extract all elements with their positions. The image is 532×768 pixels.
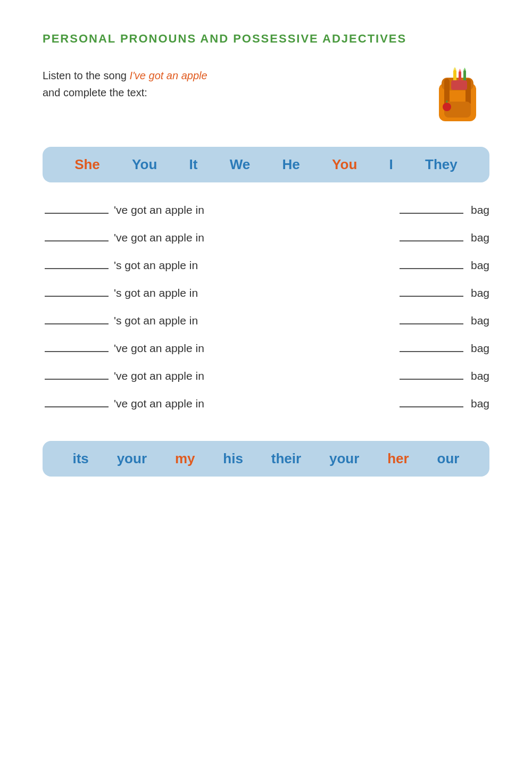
bag-label-6: bag xyxy=(471,342,489,355)
poss-his: his xyxy=(223,450,243,467)
sentence-text-3: 's got an apple in xyxy=(114,259,394,272)
subject-blank-2[interactable] xyxy=(45,240,109,241)
sentence-text-4: 's got an apple in xyxy=(114,287,394,299)
pronoun-he: He xyxy=(282,156,300,173)
song-title: I've got an apple xyxy=(129,70,207,81)
subject-blank-8[interactable] xyxy=(45,406,109,407)
poss-their: their xyxy=(271,450,301,467)
subject-blank-6[interactable] xyxy=(45,351,109,352)
bag-label-8: bag xyxy=(471,397,489,410)
possessive-blank-4[interactable] xyxy=(400,296,463,297)
pronoun-box: She You It We He You I They xyxy=(43,147,489,182)
bag-label-1: bag xyxy=(471,204,489,216)
subject-blank-5[interactable] xyxy=(45,323,109,324)
subject-blank-4[interactable] xyxy=(45,296,109,297)
svg-marker-10 xyxy=(463,68,466,70)
bag-label-7: bag xyxy=(471,370,489,382)
bag-label-2: bag xyxy=(471,231,489,244)
possessive-blank-1[interactable] xyxy=(400,213,463,214)
svg-point-12 xyxy=(443,103,451,111)
intro-section: Listen to the song I've got an apple and… xyxy=(43,67,489,126)
possessive-box: its your my his their your her our xyxy=(43,441,489,477)
svg-marker-8 xyxy=(453,67,456,70)
poss-our: our xyxy=(437,450,460,467)
sentence-row-2: 've got an apple in bag xyxy=(43,231,489,244)
sentence-text-7: 've got an apple in xyxy=(114,370,394,382)
pronoun-she: She xyxy=(74,156,100,173)
poss-your2: your xyxy=(329,450,359,467)
sentences-area: 've got an apple in bag 've got an apple… xyxy=(43,198,489,436)
pronoun-you2: You xyxy=(332,156,357,173)
sentence-row-8: 've got an apple in bag xyxy=(43,397,489,410)
sentence-row-3: 's got an apple in bag xyxy=(43,259,489,272)
sentence-row-7: 've got an apple in bag xyxy=(43,370,489,382)
pronoun-it: It xyxy=(189,156,198,173)
bag-label-4: bag xyxy=(471,287,489,299)
bag-label-5: bag xyxy=(471,314,489,327)
possessive-blank-2[interactable] xyxy=(400,240,463,241)
possessive-blank-8[interactable] xyxy=(400,406,463,407)
sentence-row-5: 's got an apple in bag xyxy=(43,314,489,327)
intro-text: Listen to the song I've got an apple and… xyxy=(43,67,410,101)
sentence-text-8: 've got an apple in xyxy=(114,397,394,410)
pronoun-they: They xyxy=(425,156,458,173)
possessive-blank-6[interactable] xyxy=(400,351,463,352)
poss-my: my xyxy=(175,450,195,467)
sentence-text-5: 's got an apple in xyxy=(114,314,394,327)
svg-rect-11 xyxy=(451,80,467,90)
pronoun-i: I xyxy=(389,156,393,173)
possessive-blank-5[interactable] xyxy=(400,323,463,324)
sentence-row-4: 's got an apple in bag xyxy=(43,287,489,299)
intro-text-after: and complete the text: xyxy=(43,87,147,98)
poss-your1: your xyxy=(117,450,147,467)
pronoun-you1: You xyxy=(132,156,157,173)
poss-her: her xyxy=(387,450,409,467)
sentence-row-1: 've got an apple in bag xyxy=(43,204,489,216)
subject-blank-1[interactable] xyxy=(45,213,109,214)
page-title: PERSONAL PRONOUNS AND POSSESSIVE ADJECTI… xyxy=(43,32,489,46)
sentence-text-6: 've got an apple in xyxy=(114,342,394,355)
svg-marker-9 xyxy=(459,69,461,71)
sentence-row-6: 've got an apple in bag xyxy=(43,342,489,355)
sentence-text-2: 've got an apple in xyxy=(114,231,394,244)
poss-its: its xyxy=(72,450,88,467)
backpack-illustration xyxy=(426,67,489,126)
subject-blank-3[interactable] xyxy=(45,268,109,269)
possessive-blank-3[interactable] xyxy=(400,268,463,269)
bag-label-3: bag xyxy=(471,259,489,272)
pronoun-we: We xyxy=(230,156,251,173)
subject-blank-7[interactable] xyxy=(45,379,109,380)
sentence-text-1: 've got an apple in xyxy=(114,204,394,216)
intro-text-before: Listen to the song xyxy=(43,70,129,81)
possessive-blank-7[interactable] xyxy=(400,379,463,380)
